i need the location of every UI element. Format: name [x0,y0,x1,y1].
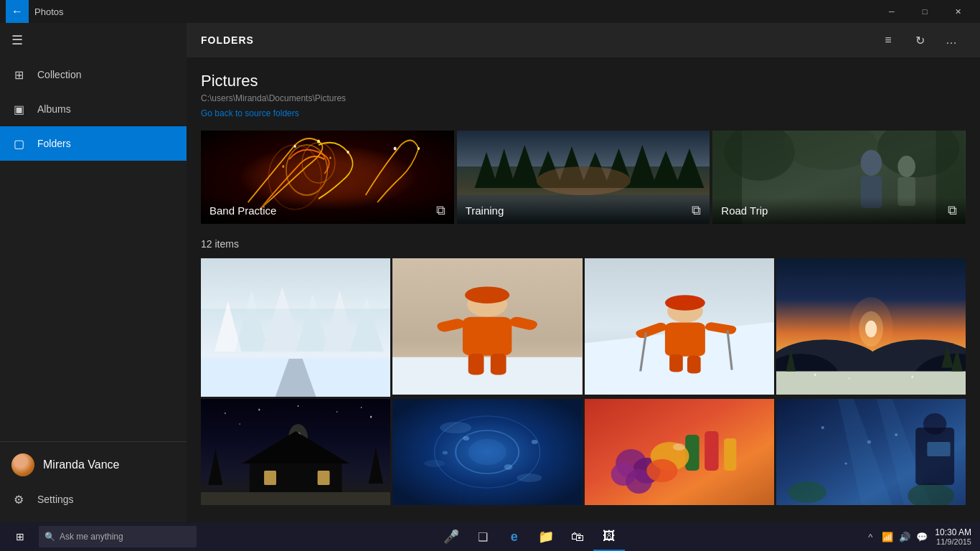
more-button[interactable]: … [937,27,966,53]
folder-overlay-road: Road Trip ⧉ [712,197,966,224]
network-icon[interactable]: 📶 [880,532,895,542]
folder-grid: Band Practice ⧉ [201,131,966,224]
svg-point-6 [317,140,320,143]
svg-rect-54 [468,354,484,375]
folder-name-band: Band Practice [209,204,276,217]
svg-point-85 [298,405,298,407]
svg-point-105 [424,460,445,467]
taskbar-task-view[interactable]: ❑ [467,522,499,551]
svg-rect-128 [927,442,950,456]
taskbar-apps: 🎤 ❑ e 📁 🛍 🖼 [435,522,625,551]
svg-rect-98 [201,492,390,505]
start-icon: ⊞ [16,531,24,542]
svg-point-76 [814,373,816,376]
start-button[interactable]: ⊞ [3,522,37,551]
taskbar-mic[interactable]: 🎤 [435,522,467,551]
taskbar-explorer[interactable]: 📁 [530,522,562,551]
task-view-icon: ❑ [478,530,488,544]
svg-point-83 [225,413,225,414]
toolbar: FOLDERS ≡ ↻ … [187,23,980,57]
taskbar-right: ^ 📶 🔊 💬 10:30 AM 11/9/2015 [863,527,977,546]
refresh-button[interactable]: ↻ [905,27,934,53]
svg-point-106 [463,436,470,441]
photo-item-3[interactable] [585,258,774,395]
svg-point-11 [418,147,420,150]
svg-rect-55 [491,354,507,375]
photo-item-4[interactable] [776,258,966,395]
svg-rect-95 [318,471,330,485]
svg-point-131 [844,463,847,465]
taskbar-edge[interactable]: e [499,522,530,551]
svg-point-120 [672,443,684,451]
svg-point-50 [465,286,509,303]
volume-icon[interactable]: 🔊 [897,532,912,542]
sidebar-item-folders[interactable]: ▢ Folders [0,126,187,161]
edge-icon: e [511,529,518,545]
svg-point-104 [517,474,542,482]
taskbar-store[interactable]: 🛍 [562,522,593,551]
photo-item-5[interactable] [201,399,390,505]
toolbar-actions: ≡ ↻ … [874,27,966,53]
minimize-button[interactable]: ─ [875,0,908,23]
svg-rect-117 [724,438,736,471]
photo-item-8[interactable] [776,399,966,505]
folder-road-trip[interactable]: Road Trip ⧉ [712,131,966,224]
svg-point-88 [240,423,240,425]
photo-item-1[interactable] [201,258,390,397]
sidebar-item-albums[interactable]: ▣ Albums [0,92,187,126]
folders-icon: ▢ [11,136,26,151]
svg-point-32 [898,156,916,177]
folder-overlay-band: Band Practice ⧉ [201,197,454,224]
svg-point-30 [861,150,882,176]
photo-item-7[interactable] [585,399,774,505]
albums-icon: ▣ [11,102,26,116]
svg-rect-94 [264,471,276,485]
explorer-icon: 📁 [538,529,554,545]
hamburger-button[interactable]: ☰ [0,23,187,57]
settings-label: Settings [37,494,74,505]
system-tray: ^ 📶 🔊 💬 [863,532,929,542]
svg-rect-60 [664,323,705,357]
maximize-button[interactable]: □ [908,0,941,23]
sidebar: ☰ ⊞ Collection ▣ Albums ▢ Folders Mirand… [0,23,187,522]
svg-rect-46 [201,258,390,309]
svg-point-108 [443,451,448,455]
sidebar-item-collection[interactable]: ⊞ Collection [0,57,187,92]
title-bar: ← Photos ─ □ ✕ [0,0,980,23]
sidebar-footer: Miranda Vance ⚙ Settings [0,441,187,522]
svg-point-8 [282,165,284,168]
svg-point-89 [361,407,362,408]
svg-rect-64 [687,356,701,374]
user-profile[interactable]: Miranda Vance [0,448,187,482]
sidebar-item-label-collection: Collection [37,69,81,80]
pictures-path: C:\users\Miranda\Documents\Pictures [201,93,966,103]
close-button[interactable]: ✕ [941,0,974,23]
tray-chevron[interactable]: ^ [863,532,877,542]
svg-rect-51 [463,317,512,356]
taskbar-clock[interactable]: 10:30 AM 11/9/2015 [935,527,971,546]
message-icon[interactable]: 💬 [915,532,929,542]
settings-item[interactable]: ⚙ Settings [0,482,187,517]
app-body: ☰ ⊞ Collection ▣ Albums ▢ Folders Mirand… [0,23,980,522]
settings-icon: ⚙ [11,492,26,507]
sidebar-nav: ⊞ Collection ▣ Albums ▢ Folders [0,57,187,441]
pictures-header: Pictures C:\users\Miranda\Documents\Pict… [201,72,966,119]
svg-point-109 [532,440,538,444]
photo-item-6[interactable] [392,399,582,505]
taskbar-search[interactable]: 🔍 Ask me anything [39,526,197,547]
svg-point-78 [911,375,913,378]
sort-button[interactable]: ≡ [874,27,903,53]
clock-time: 10:30 AM [935,527,971,537]
photo-item-2[interactable] [392,258,582,395]
taskbar-photos[interactable]: 🖼 [593,522,625,551]
back-button[interactable]: ← [6,0,29,23]
folder-band-practice[interactable]: Band Practice ⧉ [201,131,454,224]
search-text: Ask me anything [60,532,123,542]
items-count: 12 items [201,238,966,250]
svg-point-87 [370,416,372,418]
folder-training[interactable]: Training ⧉ [457,131,710,224]
svg-point-124 [788,481,826,503]
window-controls: ─ □ ✕ [875,0,974,23]
source-folders-link[interactable]: Go back to source folders [201,108,299,118]
svg-point-7 [329,157,331,159]
